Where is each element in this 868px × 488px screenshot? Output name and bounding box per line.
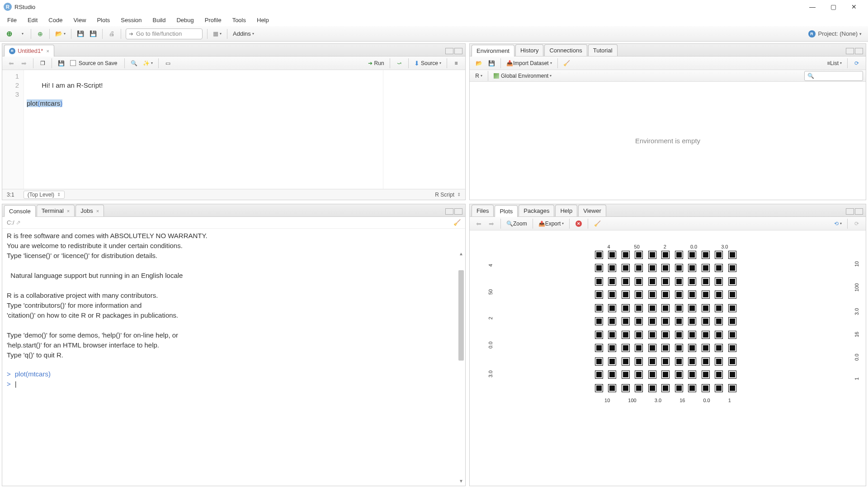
tab-console[interactable]: Console <box>4 205 36 217</box>
code-tools-button[interactable]: ✨ <box>141 58 155 68</box>
menu-edit[interactable]: Edit <box>22 15 43 25</box>
source-tab-untitled1[interactable]: R Untitled1* × <box>4 45 54 56</box>
compile-report-button[interactable]: ▭ <box>162 58 173 68</box>
remove-plot-button[interactable]: ✕ <box>573 219 584 229</box>
clear-workspace-button[interactable]: 🧹 <box>561 58 572 68</box>
panes-button[interactable]: ▦ <box>211 28 223 39</box>
outline-button[interactable]: ≡ <box>451 58 462 68</box>
pane-minimize-button[interactable] <box>846 208 854 215</box>
env-search-input[interactable]: 🔍 <box>804 71 863 81</box>
plot-cell <box>649 318 656 325</box>
source-editor[interactable]: 1 2 3 Hi! I am an R-Script! plot(mtcars) <box>2 70 465 189</box>
plot-cell <box>595 358 603 365</box>
tab-packages[interactable]: Packages <box>519 205 554 216</box>
tab-files[interactable]: Files <box>472 205 494 216</box>
menu-view[interactable]: View <box>68 15 91 25</box>
import-dataset-button[interactable]: 📥 Import Dataset <box>505 58 554 68</box>
new-file-button[interactable]: ⊕ <box>4 28 14 39</box>
save-button[interactable]: 💾 <box>75 28 86 39</box>
minimize-button[interactable]: — <box>802 0 823 14</box>
console-body[interactable]: R is free software and comes with ABSOLU… <box>2 229 465 486</box>
tab-environment[interactable]: Environment <box>472 45 514 56</box>
pane-minimize-button[interactable] <box>445 208 453 215</box>
plot-cell <box>609 344 616 352</box>
menu-tools[interactable]: Tools <box>227 15 251 25</box>
clear-plots-button[interactable]: 🧹 <box>592 219 603 229</box>
close-tab-icon[interactable]: × <box>96 208 99 214</box>
menu-profile[interactable]: Profile <box>199 15 227 25</box>
source-button[interactable]: ⬇ Source <box>412 58 443 68</box>
tab-jobs[interactable]: Jobs× <box>75 205 104 216</box>
env-body: Environment is empty <box>470 82 866 200</box>
open-file-button[interactable]: 📂 <box>53 28 67 39</box>
find-button[interactable]: 🔍 <box>128 58 139 68</box>
save-all-button[interactable]: 💾 <box>88 28 99 39</box>
print-button[interactable]: 🖨 <box>106 28 117 39</box>
clear-console-button[interactable]: 🧹 <box>453 219 461 226</box>
env-empty-label: Environment is empty <box>635 137 700 145</box>
scroll-up-icon[interactable]: ▲ <box>458 249 464 256</box>
scroll-down-icon[interactable]: ▼ <box>458 477 464 483</box>
plot-cell <box>729 318 736 325</box>
language-selector[interactable]: R <box>473 71 484 81</box>
plot-cell <box>702 358 709 365</box>
run-button[interactable]: ➜ Run <box>366 58 386 68</box>
close-tab-icon[interactable]: × <box>46 48 49 54</box>
show-in-new-window-button[interactable]: ❐ <box>37 58 48 68</box>
new-file-menu[interactable] <box>16 28 27 39</box>
tab-connections[interactable]: Connections <box>544 44 587 56</box>
tab-history[interactable]: History <box>515 44 543 56</box>
environment-scope-selector[interactable]: Global Environment <box>492 71 553 81</box>
close-tab-icon[interactable]: × <box>67 208 70 214</box>
project-menu[interactable]: R Project: (None) ▾ <box>805 30 865 38</box>
new-project-button[interactable]: ⊕ <box>35 28 46 39</box>
menu-session[interactable]: Session <box>115 15 147 25</box>
refresh-env-button[interactable]: ⟳ <box>851 58 862 68</box>
menu-help[interactable]: Help <box>251 15 274 25</box>
nav-back-button[interactable]: ⬅ <box>6 58 17 68</box>
scope-selector[interactable]: (Top Level) <box>24 191 65 199</box>
tab-viewer[interactable]: Viewer <box>578 205 606 216</box>
plot-cell <box>609 251 616 258</box>
plot-cell <box>609 385 616 392</box>
view-mode-button[interactable]: ≡ List <box>825 58 844 68</box>
load-workspace-button[interactable]: 📂 <box>473 58 484 68</box>
save-workspace-button[interactable]: 💾 <box>486 58 497 68</box>
maximize-button[interactable]: ▢ <box>823 0 844 14</box>
menu-plots[interactable]: Plots <box>91 15 115 25</box>
menu-code[interactable]: Code <box>43 15 68 25</box>
console-scrollbar[interactable]: ▲ ▼ <box>458 231 464 483</box>
console-cursor[interactable]: | <box>15 380 17 388</box>
menu-build[interactable]: Build <box>147 15 171 25</box>
zoom-button[interactable]: 🔍 Zoom <box>505 219 529 229</box>
tab-tutorial[interactable]: Tutorial <box>588 44 618 56</box>
tab-plots[interactable]: Plots <box>495 205 518 217</box>
pane-maximize-button[interactable] <box>855 208 863 215</box>
line-gutter: 1 2 3 <box>2 70 24 189</box>
rerun-button[interactable]: ⤻ <box>394 58 405 68</box>
publish-button[interactable]: ⟲ <box>832 219 844 229</box>
plot-next-button[interactable]: ➡ <box>486 219 497 229</box>
nav-forward-button[interactable]: ➡ <box>19 58 29 68</box>
source-on-save-checkbox[interactable]: Source on Save <box>68 58 119 68</box>
tab-terminal[interactable]: Terminal× <box>37 205 75 216</box>
pane-maximize-button[interactable] <box>454 208 462 215</box>
code-area[interactable]: Hi! I am an R-Script! plot(mtcars) <box>24 70 465 189</box>
scroll-thumb[interactable] <box>458 270 464 361</box>
pane-maximize-button[interactable] <box>454 48 462 54</box>
pane-minimize-button[interactable] <box>846 48 854 54</box>
close-button[interactable]: ✕ <box>844 0 864 14</box>
refresh-plot-button[interactable]: ⟳ <box>851 219 862 229</box>
addins-menu[interactable]: Addins <box>231 28 256 39</box>
menu-file[interactable]: File <box>2 15 22 25</box>
script-type-selector[interactable]: R Script <box>435 192 461 198</box>
goto-file-input[interactable]: ➜ Go to file/function <box>126 28 203 39</box>
pane-minimize-button[interactable] <box>445 48 453 54</box>
menu-debug[interactable]: Debug <box>171 15 199 25</box>
pane-maximize-button[interactable] <box>855 48 863 54</box>
plot-cell <box>675 251 683 258</box>
plot-prev-button[interactable]: ⬅ <box>473 219 484 229</box>
save-source-button[interactable]: 💾 <box>56 58 66 68</box>
export-button[interactable]: 📤 Export <box>537 219 566 229</box>
tab-help[interactable]: Help <box>555 205 577 216</box>
